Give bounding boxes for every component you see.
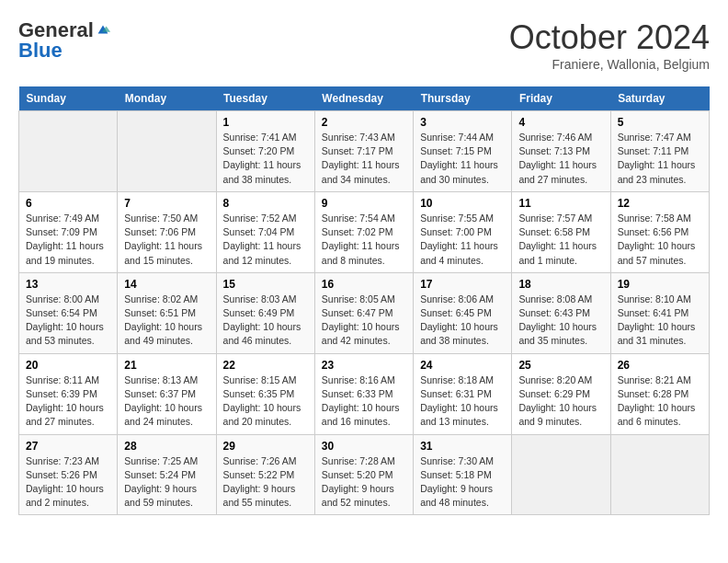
calendar-cell [610,434,709,515]
calendar-cell: 11Sunrise: 7:57 AMSunset: 6:58 PMDayligh… [512,191,610,272]
day-info: Sunrise: 8:03 AMSunset: 6:49 PMDaylight:… [223,293,308,349]
day-info: Sunrise: 7:54 AMSunset: 7:02 PMDaylight:… [322,212,406,268]
day-number: 13 [26,278,110,291]
day-number: 1 [223,116,308,129]
day-info: Sunrise: 7:30 AMSunset: 5:18 PMDaylight:… [420,454,505,511]
day-number: 4 [518,116,603,129]
day-of-week-header: Sunday [19,86,118,111]
calendar-cell: 25Sunrise: 8:20 AMSunset: 6:29 PMDayligh… [512,353,610,434]
calendar-cell: 14Sunrise: 8:02 AMSunset: 6:51 PMDayligh… [118,272,216,353]
calendar-cell: 23Sunrise: 8:16 AMSunset: 6:33 PMDayligh… [314,353,413,434]
day-info: Sunrise: 8:06 AMSunset: 6:45 PMDaylight:… [420,293,505,349]
calendar-cell: 6Sunrise: 7:49 AMSunset: 7:09 PMDaylight… [19,191,118,272]
location-subtitle: Franiere, Wallonia, Belgium [509,57,710,72]
calendar-cell: 13Sunrise: 8:00 AMSunset: 6:54 PMDayligh… [19,272,118,353]
calendar-cell: 29Sunrise: 7:26 AMSunset: 5:22 PMDayligh… [216,434,314,515]
calendar-cell: 4Sunrise: 7:46 AMSunset: 7:13 PMDaylight… [512,111,610,192]
day-number: 11 [518,197,603,210]
day-of-week-header: Wednesday [314,86,413,111]
day-number: 7 [124,197,209,210]
day-number: 8 [223,197,308,210]
day-number: 14 [124,278,209,291]
day-number: 25 [518,359,603,372]
day-number: 23 [322,359,406,372]
day-number: 2 [322,116,406,129]
logo-blue-text: Blue [18,39,63,63]
day-number: 19 [618,278,702,291]
day-info: Sunrise: 8:16 AMSunset: 6:33 PMDaylight:… [322,373,406,430]
day-info: Sunrise: 7:50 AMSunset: 7:06 PMDaylight:… [124,212,209,268]
calendar-cell: 20Sunrise: 8:11 AMSunset: 6:39 PMDayligh… [19,353,118,434]
day-number: 20 [26,359,110,372]
calendar-cell: 7Sunrise: 7:50 AMSunset: 7:06 PMDaylight… [118,191,216,272]
calendar-cell: 21Sunrise: 8:13 AMSunset: 6:37 PMDayligh… [118,353,216,434]
day-info: Sunrise: 7:47 AMSunset: 7:11 PMDaylight:… [618,131,702,187]
day-number: 6 [26,197,110,210]
day-info: Sunrise: 7:25 AMSunset: 5:24 PMDaylight:… [124,454,209,511]
day-of-week-header: Monday [118,86,216,111]
calendar-cell: 2Sunrise: 7:43 AMSunset: 7:17 PMDaylight… [314,111,413,192]
calendar-cell: 22Sunrise: 8:15 AMSunset: 6:35 PMDayligh… [216,353,314,434]
calendar-cell: 8Sunrise: 7:52 AMSunset: 7:04 PMDaylight… [216,191,314,272]
day-info: Sunrise: 7:57 AMSunset: 6:58 PMDaylight:… [518,212,603,268]
day-info: Sunrise: 7:41 AMSunset: 7:20 PMDaylight:… [223,131,308,187]
calendar-cell: 17Sunrise: 8:06 AMSunset: 6:45 PMDayligh… [414,272,512,353]
day-of-week-header: Friday [512,86,610,111]
calendar-cell: 3Sunrise: 7:44 AMSunset: 7:15 PMDaylight… [414,111,512,192]
calendar-cell [118,111,216,192]
day-info: Sunrise: 7:52 AMSunset: 7:04 PMDaylight:… [223,212,308,268]
day-number: 18 [518,278,603,291]
day-info: Sunrise: 7:49 AMSunset: 7:09 PMDaylight:… [26,212,110,268]
day-info: Sunrise: 7:44 AMSunset: 7:15 PMDaylight:… [420,131,505,187]
day-info: Sunrise: 8:00 AMSunset: 6:54 PMDaylight:… [26,293,110,349]
day-number: 21 [124,359,209,372]
calendar-cell: 15Sunrise: 8:03 AMSunset: 6:49 PMDayligh… [216,272,314,353]
day-number: 3 [420,116,505,129]
day-number: 28 [124,440,209,453]
calendar-cell: 28Sunrise: 7:25 AMSunset: 5:24 PMDayligh… [118,434,216,515]
day-number: 16 [322,278,406,291]
day-number: 10 [420,197,505,210]
day-info: Sunrise: 8:15 AMSunset: 6:35 PMDaylight:… [223,373,308,430]
calendar-cell: 31Sunrise: 7:30 AMSunset: 5:18 PMDayligh… [414,434,512,515]
day-number: 31 [420,440,505,453]
month-title: October 2024 [509,18,710,57]
day-number: 15 [223,278,308,291]
day-number: 17 [420,278,505,291]
day-info: Sunrise: 8:18 AMSunset: 6:31 PMDaylight:… [420,373,505,430]
calendar-cell: 26Sunrise: 8:21 AMSunset: 6:28 PMDayligh… [610,353,709,434]
day-info: Sunrise: 7:55 AMSunset: 7:00 PMDaylight:… [420,212,505,268]
day-number: 24 [420,359,505,372]
day-info: Sunrise: 8:10 AMSunset: 6:41 PMDaylight:… [618,293,702,349]
day-number: 26 [618,359,702,372]
calendar-cell: 5Sunrise: 7:47 AMSunset: 7:11 PMDaylight… [610,111,709,192]
day-of-week-header: Thursday [414,86,512,111]
day-info: Sunrise: 7:26 AMSunset: 5:22 PMDaylight:… [223,454,308,511]
day-info: Sunrise: 7:43 AMSunset: 7:17 PMDaylight:… [322,131,406,187]
calendar-cell: 1Sunrise: 7:41 AMSunset: 7:20 PMDaylight… [216,111,314,192]
calendar-cell: 9Sunrise: 7:54 AMSunset: 7:02 PMDaylight… [314,191,413,272]
day-number: 27 [26,440,110,453]
day-info: Sunrise: 8:08 AMSunset: 6:43 PMDaylight:… [518,293,603,349]
calendar-cell: 27Sunrise: 7:23 AMSunset: 5:26 PMDayligh… [19,434,118,515]
day-info: Sunrise: 8:21 AMSunset: 6:28 PMDaylight:… [618,373,702,430]
day-info: Sunrise: 8:13 AMSunset: 6:37 PMDaylight:… [124,373,209,430]
calendar-cell: 12Sunrise: 7:58 AMSunset: 6:56 PMDayligh… [610,191,709,272]
day-number: 5 [618,116,702,129]
day-number: 22 [223,359,308,372]
calendar-cell: 24Sunrise: 8:18 AMSunset: 6:31 PMDayligh… [414,353,512,434]
day-info: Sunrise: 8:20 AMSunset: 6:29 PMDaylight:… [518,373,603,430]
day-of-week-header: Tuesday [216,86,314,111]
calendar-cell [512,434,610,515]
logo-icon [95,22,111,39]
logo: General Blue [18,18,111,63]
calendar-cell: 10Sunrise: 7:55 AMSunset: 7:00 PMDayligh… [414,191,512,272]
page-header: General Blue October 2024 Franiere, Wall… [18,18,710,72]
day-info: Sunrise: 8:02 AMSunset: 6:51 PMDaylight:… [124,293,209,349]
day-info: Sunrise: 7:58 AMSunset: 6:56 PMDaylight:… [618,212,702,268]
day-info: Sunrise: 8:11 AMSunset: 6:39 PMDaylight:… [26,373,110,430]
day-number: 9 [322,197,406,210]
day-of-week-header: Saturday [610,86,709,111]
calendar-cell: 30Sunrise: 7:28 AMSunset: 5:20 PMDayligh… [314,434,413,515]
title-section: October 2024 Franiere, Wallonia, Belgium [509,18,710,72]
